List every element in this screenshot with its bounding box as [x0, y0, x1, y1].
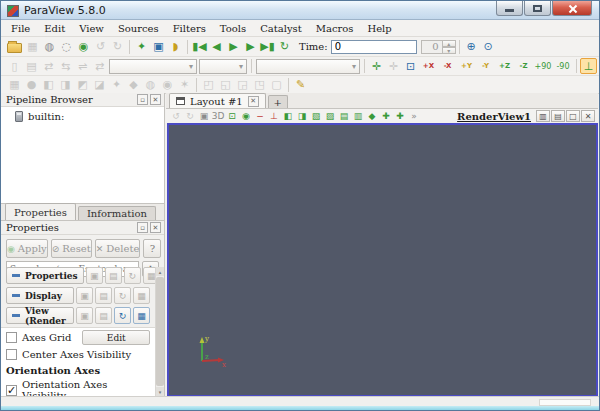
render-viewport[interactable]: y x z	[167, 123, 598, 397]
measure-ruler-button[interactable]: ✎	[292, 77, 309, 93]
clip-filter-button[interactable]: ◧	[40, 77, 57, 93]
select-block-button[interactable]: ▢	[268, 77, 285, 93]
pipeline-item-builtin[interactable]: builtin:	[1, 107, 164, 122]
catalyst-connect-button[interactable]: ✦	[133, 39, 150, 55]
center-axes-visibility-toggle[interactable]: ⊥	[580, 58, 597, 74]
disconnect-button[interactable]: ◌	[58, 39, 75, 55]
zoom-to-data-time-button[interactable]: ⊕	[463, 39, 480, 55]
menu-help[interactable]: Help	[360, 22, 398, 35]
capture-screenshot-button[interactable]: ▣	[150, 39, 167, 55]
component-dropdown[interactable]: ▾	[199, 59, 247, 74]
view-grow-selection-button[interactable]: ✚	[393, 110, 407, 123]
close-panel-icon[interactable]: ✕	[150, 94, 161, 105]
warp-by-vector-button[interactable]: ◍	[142, 77, 159, 93]
rescale-custom-range-button[interactable]: ⇆	[57, 58, 74, 74]
select-points-on-button[interactable]: ◱	[217, 77, 234, 93]
spreadsheet-view-button[interactable]: ▦	[6, 77, 23, 93]
scrollbar-thumb[interactable]	[156, 277, 164, 386]
open-file-button[interactable]	[6, 39, 24, 55]
edit-color-map-button[interactable]: ▤	[23, 58, 40, 74]
representation-dropdown[interactable]: ▾	[256, 59, 360, 74]
view-reset-center-button[interactable]: ⊥	[267, 110, 281, 123]
auto-apply-toggle[interactable]: ◉	[75, 39, 92, 55]
rescale-visible-range-button[interactable]: ⇄	[91, 58, 108, 74]
paste-display-button[interactable]: ▤	[95, 287, 112, 304]
zoom-closest-time-button[interactable]: ⊙	[480, 39, 497, 55]
maximize-button[interactable]	[524, 1, 551, 16]
axes-grid-checkbox[interactable]	[6, 332, 17, 343]
color-by-dropdown[interactable]: ▾	[109, 59, 197, 74]
axes-grid-edit-button[interactable]: Edit	[82, 330, 150, 345]
redo-button[interactable]: ↻	[109, 39, 126, 55]
frame-up-button[interactable]: ▴	[443, 40, 456, 47]
camera-undo-button[interactable]: ↺	[169, 110, 183, 123]
slice-filter-button[interactable]: ◨	[57, 77, 74, 93]
rotate-90-cw-button[interactable]: +90	[533, 58, 553, 74]
vcr-loop-toggle[interactable]: ↻	[276, 39, 293, 55]
set-view-plus-x-button[interactable]: +X	[419, 58, 438, 74]
menu-file[interactable]: File	[4, 22, 37, 35]
undock-icon[interactable]: ▫	[137, 222, 148, 233]
select-cells-on-button[interactable]: ◰	[200, 77, 217, 93]
close-panel-icon[interactable]: ✕	[150, 222, 161, 233]
vcr-first-frame-button[interactable]: ▮◀	[191, 39, 208, 55]
copy-properties-button[interactable]: ▣	[86, 267, 103, 284]
minimize-button[interactable]	[496, 1, 523, 16]
view-select-cells-through-button[interactable]: ▧	[309, 110, 323, 123]
apply-button[interactable]: ◉ Apply	[6, 239, 48, 258]
copy-display-button[interactable]: ▣	[76, 287, 93, 304]
menu-filters[interactable]: Filters	[166, 22, 213, 35]
menu-edit[interactable]: Edit	[37, 22, 72, 35]
view-hover-cells-button[interactable]: ✚	[379, 110, 393, 123]
glyph-filter-button[interactable]: ✦	[108, 77, 125, 93]
orientation-axes-visibility-checkbox[interactable]	[6, 385, 17, 396]
paste-properties-button[interactable]: ▤	[105, 267, 122, 284]
connect-button[interactable]: ◍	[41, 39, 58, 55]
layout-tab[interactable]: Layout #1 ✕	[169, 93, 266, 108]
reset-camera-button[interactable]: ✛	[368, 58, 385, 74]
rotate-90-ccw-button[interactable]: -90	[553, 58, 573, 74]
section-display-toggle[interactable]: Display	[6, 287, 74, 304]
copy-view-button[interactable]: ▣	[76, 307, 93, 324]
toggle-2d-3d-button[interactable]: 3D	[211, 110, 225, 123]
tab-information[interactable]: Information	[78, 206, 156, 220]
view-show-center-button[interactable]: ◉	[239, 110, 253, 123]
undock-icon[interactable]: ▫	[137, 94, 148, 105]
view-select-block-button[interactable]: ▤	[337, 110, 351, 123]
set-view-minus-z-button[interactable]: -Z	[514, 58, 533, 74]
view-capture-button[interactable]: ▣	[197, 110, 211, 123]
view-interactive-select-points-button[interactable]: ◆	[365, 110, 379, 123]
reload-display-button[interactable]: ↻	[114, 287, 131, 304]
frame-value[interactable]: 0	[421, 40, 443, 54]
close-button[interactable]	[552, 1, 592, 16]
section-properties-toggle[interactable]: Properties	[6, 267, 84, 284]
view-select-points-through-button[interactable]: ▨	[323, 110, 337, 123]
undo-button[interactable]: ↺	[92, 39, 109, 55]
camera-redo-button[interactable]: ↻	[183, 110, 197, 123]
split-vertical-button[interactable]: ▤	[551, 110, 565, 122]
set-view-minus-x-button[interactable]: -X	[438, 58, 457, 74]
menu-tools[interactable]: Tools	[213, 22, 253, 35]
layout-close-icon[interactable]: ✕	[248, 96, 259, 107]
delete-button[interactable]: ✕ Delete	[95, 239, 141, 258]
toggle-color-legend-button[interactable]: ▯	[6, 58, 23, 74]
vcr-previous-frame-button[interactable]: ◀	[208, 39, 225, 55]
view-interactive-select-cells-button[interactable]: ▥	[351, 110, 365, 123]
maximize-view-button[interactable]: □	[566, 110, 580, 122]
vcr-last-frame-button[interactable]: ▶▮	[259, 39, 276, 55]
menu-macros[interactable]: Macros	[309, 22, 361, 35]
close-view-button[interactable]: ✕	[581, 110, 595, 122]
paste-view-button[interactable]: ▤	[95, 307, 112, 324]
tab-properties[interactable]: Properties	[5, 203, 76, 220]
extract-group-button[interactable]: ✶	[176, 77, 193, 93]
reload-view-button[interactable]: ↻	[114, 307, 131, 324]
threshold-filter-button[interactable]: ◩	[74, 77, 91, 93]
zoom-to-data-button[interactable]: ✛	[385, 58, 402, 74]
contour-filter-button[interactable]: ●	[23, 77, 40, 93]
zoom-to-box-button[interactable]: ⊡	[402, 58, 419, 74]
set-view-minus-y-button[interactable]: -Y	[476, 58, 495, 74]
rescale-data-range-button[interactable]: ⇄	[40, 58, 57, 74]
save-data-button[interactable]: ▦	[24, 39, 41, 55]
properties-scrollbar[interactable]: ▴ ▾	[155, 267, 164, 396]
save-display-button[interactable]: ▦	[133, 287, 150, 304]
